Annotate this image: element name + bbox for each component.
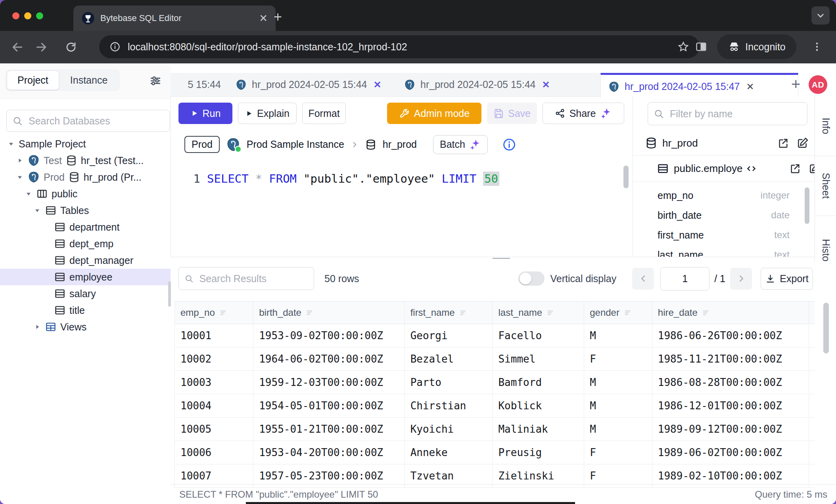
table-cell[interactable]: 1986-06-26T00:00:00Z bbox=[652, 324, 809, 347]
tree-item-views-group[interactable]: Views bbox=[0, 319, 171, 335]
table-cell[interactable]: 1986-12-01T00:00:00Z bbox=[652, 394, 809, 418]
column-header[interactable]: last_name bbox=[493, 301, 584, 324]
results-search-box[interactable] bbox=[178, 267, 314, 290]
table-cell[interactable]: 1989-06-02T00:00:00Z bbox=[652, 441, 809, 464]
schema-database-row[interactable]: hr_prod bbox=[633, 131, 815, 156]
database-search-input[interactable] bbox=[28, 115, 164, 127]
column-row[interactable]: first_name text bbox=[633, 225, 815, 245]
table-cell[interactable]: Kyoichi bbox=[405, 418, 493, 441]
table-cell[interactable]: Facello bbox=[493, 324, 584, 347]
run-button[interactable]: Run bbox=[178, 103, 232, 124]
column-header[interactable]: first_name bbox=[405, 301, 493, 324]
reload-button[interactable] bbox=[65, 41, 77, 53]
table-cell[interactable]: 1964-06-02T00:00:00Z bbox=[253, 347, 405, 371]
table-cell[interactable]: 1954-05-01T00:00:00Z bbox=[253, 394, 405, 418]
table-cell[interactable]: Bamford bbox=[493, 371, 584, 394]
table-cell[interactable]: 10001 bbox=[174, 324, 253, 347]
edit-icon[interactable] bbox=[796, 137, 809, 149]
table-cell[interactable]: 10003 bbox=[174, 371, 253, 394]
table-cell[interactable]: F bbox=[584, 441, 652, 464]
tree-item-project[interactable]: Sample Project bbox=[0, 136, 171, 152]
worksheet-tab-2[interactable]: hr_prod 2024-02-05 15:44 ✕ bbox=[228, 73, 411, 96]
info-icon[interactable] bbox=[502, 138, 516, 151]
table-cell[interactable]: M bbox=[584, 324, 652, 347]
sort-icon[interactable] bbox=[305, 308, 315, 317]
sort-icon[interactable] bbox=[219, 308, 228, 317]
column-row[interactable]: emp_no integer bbox=[633, 185, 815, 205]
table-cell[interactable]: Maliniak bbox=[493, 418, 584, 441]
code-icon[interactable] bbox=[746, 163, 757, 174]
share-button[interactable]: Share bbox=[543, 103, 624, 124]
site-info-icon[interactable] bbox=[109, 41, 121, 52]
schema-filter-box[interactable] bbox=[648, 102, 807, 125]
table-cell[interactable]: 10002 bbox=[174, 347, 253, 371]
table-cell[interactable]: 1986-08-28T00:00:00Z bbox=[652, 371, 809, 394]
table-cell[interactable]: 10004 bbox=[174, 394, 253, 418]
tree-item-table-dept-manager[interactable]: dept_manager bbox=[0, 252, 171, 269]
table-cell[interactable]: Preusig bbox=[493, 441, 584, 464]
table-cell[interactable]: M bbox=[584, 418, 652, 441]
macos-close-button[interactable] bbox=[12, 12, 19, 19]
close-icon[interactable]: ✕ bbox=[374, 79, 382, 90]
tree-item-table-title[interactable]: title bbox=[0, 302, 171, 319]
edit-icon[interactable] bbox=[808, 162, 815, 175]
table-cell[interactable]: 10006 bbox=[174, 441, 253, 464]
url-text[interactable]: localhost:8080/sql-editor/prod-sample-in… bbox=[128, 41, 670, 53]
export-button[interactable]: Export bbox=[761, 268, 813, 290]
table-cell[interactable]: 1953-09-02T00:00:00Z bbox=[253, 324, 405, 347]
user-avatar[interactable]: AD bbox=[809, 75, 827, 94]
new-worksheet-button[interactable]: + bbox=[791, 76, 800, 92]
results-search-input[interactable] bbox=[199, 273, 308, 285]
schema-table-row[interactable]: public.employe bbox=[633, 155, 815, 182]
sql-code-line[interactable]: 1 SELECT * FROM "public"."employee" LIMI… bbox=[171, 170, 499, 187]
external-link-icon[interactable] bbox=[777, 137, 790, 149]
column-row[interactable]: birth_date date bbox=[633, 205, 815, 225]
table-cell[interactable]: 1955-01-21T00:00:00Z bbox=[253, 418, 405, 441]
database-search-box[interactable] bbox=[6, 110, 170, 132]
breadcrumb-instance[interactable]: Prod Sample Instance bbox=[247, 139, 344, 150]
vertical-display-toggle[interactable] bbox=[518, 271, 545, 286]
sort-icon[interactable] bbox=[546, 308, 556, 317]
column-header[interactable]: gender bbox=[584, 301, 652, 324]
page-number-input[interactable] bbox=[660, 267, 709, 290]
back-button[interactable] bbox=[11, 41, 24, 53]
sidebar-resize-handle[interactable] bbox=[168, 281, 171, 307]
tree-item-hr-prod[interactable]: Prod hr_prod (Pr... bbox=[0, 169, 171, 185]
browser-menu-icon[interactable] bbox=[811, 41, 823, 52]
address-bar[interactable]: localhost:8080/sql-editor/prod-sample-in… bbox=[99, 35, 700, 58]
results-scrollbar-thumb[interactable] bbox=[823, 303, 829, 353]
external-link-icon[interactable] bbox=[789, 162, 801, 175]
table-cell[interactable]: Parto bbox=[405, 371, 493, 394]
tree-settings-icon[interactable] bbox=[149, 74, 162, 87]
macos-zoom-button[interactable] bbox=[36, 12, 43, 19]
schema-filter-input[interactable] bbox=[669, 108, 801, 120]
browser-tab-close-icon[interactable]: ✕ bbox=[259, 13, 268, 23]
macos-minimize-button[interactable] bbox=[24, 12, 31, 19]
sort-icon[interactable] bbox=[702, 308, 711, 317]
table-cell[interactable]: Bezalel bbox=[405, 347, 493, 371]
table-cell[interactable]: 1985-11-21T00:00:00Z bbox=[652, 347, 809, 371]
table-cell[interactable]: 10005 bbox=[174, 418, 253, 441]
worksheet-tab-3[interactable]: hr_prod 2024-02-05 15:44 ✕ bbox=[397, 73, 615, 96]
format-button[interactable]: Format bbox=[302, 103, 346, 124]
schema-scrollbar-thumb[interactable] bbox=[805, 187, 809, 224]
tree-item-table-dept-emp[interactable]: dept_emp bbox=[0, 235, 171, 252]
tree-item-table-department[interactable]: department bbox=[0, 219, 171, 235]
table-cell[interactable]: 1989-09-12T00:00:00Z bbox=[652, 418, 809, 441]
editor-scrollbar-thumb[interactable] bbox=[623, 166, 629, 188]
tree-item-schema-public[interactable]: public bbox=[0, 185, 171, 202]
forward-button[interactable] bbox=[35, 41, 48, 53]
next-page-button[interactable] bbox=[730, 268, 752, 290]
tree-item-table-employee[interactable]: employee bbox=[0, 269, 171, 285]
table-cell[interactable]: F bbox=[584, 347, 652, 371]
tab-project[interactable]: Project bbox=[7, 71, 59, 90]
table-cell[interactable]: M bbox=[584, 394, 652, 418]
tree-item-tables-group[interactable]: Tables bbox=[0, 202, 171, 219]
worksheet-tab-4-active[interactable]: hr_prod 2024-02-05 15:47 ✕ bbox=[600, 73, 798, 98]
explain-button[interactable]: Explain bbox=[238, 103, 297, 124]
tree-item-hr-test[interactable]: Test hr_test (Test... bbox=[0, 152, 171, 169]
tab-instance[interactable]: Instance bbox=[59, 71, 119, 90]
table-cell[interactable]: M bbox=[584, 371, 652, 394]
close-icon[interactable]: ✕ bbox=[542, 79, 550, 90]
bookmark-star-icon[interactable] bbox=[677, 41, 689, 53]
